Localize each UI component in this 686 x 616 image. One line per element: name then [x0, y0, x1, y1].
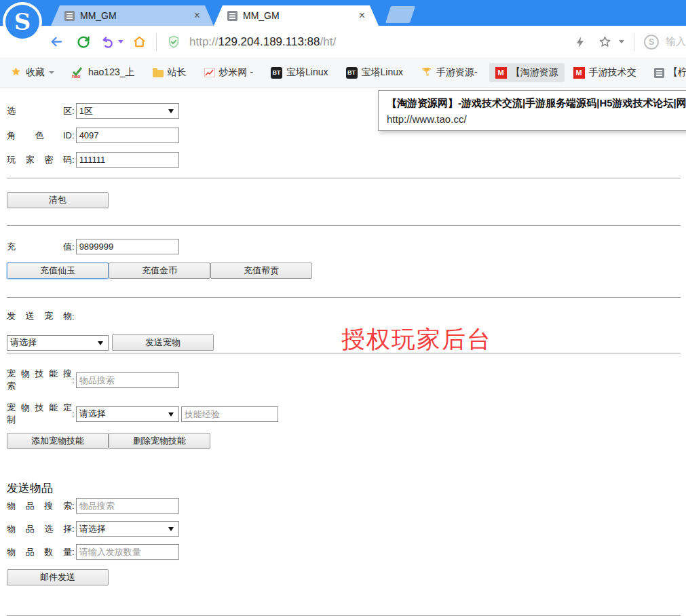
- m-logo-icon: M: [495, 67, 507, 79]
- bookmark-shouyou-jishu[interactable]: M 手游技术交: [567, 63, 643, 82]
- favorite-star-icon[interactable]: [596, 33, 613, 51]
- recharge-label: 充 值: [7, 241, 72, 253]
- bookmark-baota-1[interactable]: BT 宝塔Linux: [265, 63, 334, 82]
- line-chart-icon: [204, 68, 215, 77]
- page-favicon: [227, 11, 237, 21]
- tab-close-icon[interactable]: ×: [358, 10, 366, 21]
- folder-icon: [153, 70, 164, 77]
- item-search-row: 物 品 搜 索 :: [7, 498, 681, 514]
- tab-mmgm-1[interactable]: MM_GM ×: [51, 5, 214, 26]
- item-select-label: 物 品 选 择: [7, 523, 72, 535]
- item-quantity-label: 物 品 数 量: [7, 546, 72, 558]
- lightning-icon[interactable]: [571, 33, 589, 51]
- m-logo-icon: M: [573, 67, 585, 79]
- bookmark-ning[interactable]: 【柠: [648, 63, 686, 82]
- tab-title: MM_GM: [80, 10, 193, 21]
- item-quantity-input[interactable]: [76, 544, 179, 560]
- bookmark-label: 手游资源-: [436, 66, 478, 79]
- item-select-row: 物 品 选 择 : 请选择: [7, 521, 681, 537]
- recharge-amount-input[interactable]: [76, 239, 179, 254]
- player-password-input[interactable]: [76, 152, 179, 168]
- add-pet-skill-button[interactable]: 添加宠物技能: [7, 433, 109, 449]
- star-dropdown-icon[interactable]: [619, 40, 624, 43]
- bookmark-label: hao123_上: [88, 66, 135, 79]
- bookmark-zhanzhang[interactable]: 站长: [147, 63, 193, 82]
- url-path: /ht/: [320, 35, 337, 48]
- chevron-down-icon: [98, 341, 103, 345]
- remove-pet-skill-button[interactable]: 删除宠物技能: [109, 433, 210, 449]
- skill-exp-input[interactable]: [181, 406, 278, 422]
- role-id-label: 角 色 ID: [7, 130, 72, 142]
- sogou-logo[interactable]: S: [3, 2, 42, 41]
- bookmark-hao123[interactable]: hao hao123_上: [66, 63, 141, 82]
- bookmark-label: 站长: [168, 66, 187, 79]
- toolbar-divider: [634, 33, 634, 51]
- bt-icon: BT: [346, 67, 358, 79]
- tab-mmgm-2[interactable]: MM_GM ×: [214, 5, 379, 26]
- address-bar[interactable]: http://129.204.189.113:88/ht/: [189, 35, 336, 49]
- undo-icon[interactable]: [99, 33, 117, 51]
- password-label: 玩 家 密 码: [7, 154, 72, 166]
- security-shield-icon[interactable]: [165, 33, 183, 51]
- send-pet-label-row: 发 送 宠 物 :: [7, 310, 681, 322]
- pet-skill-search-row: 宠 物 技 能 搜 索 :: [7, 368, 681, 392]
- clear-bag-button[interactable]: 清包: [7, 192, 109, 208]
- new-tab-button[interactable]: [385, 6, 415, 23]
- sogou-search-icon[interactable]: S: [644, 35, 659, 50]
- bookmark-favorites[interactable]: 收藏: [4, 62, 60, 83]
- doc-icon: [654, 68, 664, 78]
- search-input-hint[interactable]: 输入: [666, 35, 686, 48]
- send-item-heading: 发送物品: [7, 480, 681, 496]
- bookmarks-bar: 收藏 hao hao123_上 站长 炒米网 - BT 宝塔Linux BT 宝…: [0, 58, 686, 88]
- bookmark-taoyou-ziyuan[interactable]: M 【淘游资源: [489, 63, 565, 82]
- divider: [7, 297, 681, 298]
- send-pet-button[interactable]: 发送宠物: [112, 334, 214, 351]
- bookmark-baota-2[interactable]: BT 宝塔Linux: [340, 63, 409, 82]
- bookmark-label: 手游技术交: [589, 66, 636, 79]
- recharge-buttons-row: 充值仙玉 充值金币 充值帮贡: [7, 263, 681, 279]
- url-host: 129.204.189.113:88: [218, 35, 320, 48]
- item-quantity-row: 物 品 数 量 :: [7, 544, 681, 560]
- item-search-label: 物 品 搜 索: [7, 500, 72, 512]
- pet-skill-select[interactable]: 请选择: [76, 406, 179, 422]
- bt-icon: BT: [271, 67, 282, 79]
- refresh-icon[interactable]: [75, 33, 92, 51]
- home-icon[interactable]: [130, 33, 148, 51]
- pet-skill-search-input[interactable]: [76, 372, 179, 388]
- recharge-xianyu-button[interactable]: 充值仙玉: [7, 263, 109, 279]
- chevron-down-icon: [49, 71, 54, 74]
- recharge-row: 充 值 :: [7, 239, 681, 254]
- pet-select[interactable]: 请选择: [7, 335, 109, 351]
- item-select[interactable]: 请选择: [76, 521, 179, 537]
- divider: [7, 178, 681, 178]
- pet-skill-custom-row: 宠 物 技 能 定 制 : 请选择: [7, 402, 681, 426]
- password-row: 玩 家 密 码 :: [7, 152, 681, 168]
- bookmark-label: 宝塔Linux: [286, 66, 328, 79]
- chevron-down-icon: [168, 109, 174, 113]
- role-id-input[interactable]: [76, 128, 179, 143]
- tab-title: MM_GM: [243, 10, 358, 21]
- pet-skill-custom-label: 宠 物 技 能 定 制: [7, 402, 72, 426]
- recharge-banggong-button[interactable]: 充值帮贡: [210, 263, 312, 279]
- bookmark-label: 【柠: [668, 66, 686, 79]
- item-search-input[interactable]: [76, 498, 179, 514]
- recharge-gold-button[interactable]: 充值金币: [109, 263, 210, 279]
- mail-send-button[interactable]: 邮件发送: [7, 569, 109, 585]
- browser-titlebar: MM_GM × MM_GM ×: [0, 0, 686, 26]
- chevron-down-icon: [168, 527, 174, 531]
- server-select[interactable]: 1区: [76, 103, 179, 119]
- send-pet-label: 发 送 宠 物: [7, 310, 72, 322]
- pet-skill-search-label: 宠 物 技 能 搜 索: [7, 368, 72, 392]
- browser-toolbar: http://129.204.189.113:88/ht/ S 输入: [0, 26, 686, 58]
- url-scheme: http://: [189, 35, 218, 48]
- pet-skill-buttons-row: 添加宠物技能 删除宠物技能: [7, 433, 681, 449]
- authorized-watermark: 授权玩家后台: [341, 324, 492, 355]
- bookmark-chaomi[interactable]: 炒米网 -: [198, 63, 260, 82]
- tooltip-title: 【淘游资源网】-游戏技术交流|手游服务端源码|H5游戏技术论坛|网: [387, 97, 686, 110]
- bookmark-shouyou-ziyuan[interactable]: 手游资源-: [415, 62, 484, 83]
- divider: [7, 225, 681, 226]
- tab-close-icon[interactable]: ×: [193, 10, 202, 21]
- undo-dropdown-icon[interactable]: [118, 40, 123, 43]
- back-icon[interactable]: [47, 33, 65, 51]
- gold-star-icon: [10, 66, 22, 79]
